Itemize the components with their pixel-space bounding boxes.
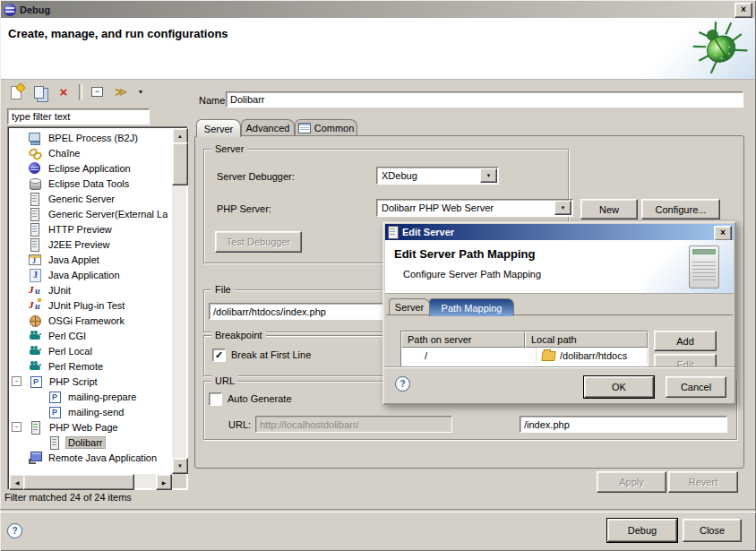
auto-generate-checkbox[interactable] (209, 392, 222, 406)
tree-item-label: PHP Web Page (47, 421, 121, 434)
window-titlebar[interactable]: Debug × (1, 1, 755, 18)
filter-launch-configurations-icon[interactable]: ≫ (113, 84, 129, 100)
tree-item-perl-cgi[interactable]: Perl CGI (10, 328, 171, 343)
folder-icon (541, 351, 556, 361)
test-debugger-button[interactable]: Test Debugger (215, 231, 302, 253)
scroll-right-icon[interactable]: ▶ (156, 474, 172, 490)
tree-item-http-preview[interactable]: HTTP Preview (10, 221, 171, 237)
add-mapping-button[interactable]: Add (654, 331, 717, 351)
php-script-icon (47, 390, 62, 404)
tree-item-label: mailing-send (65, 406, 126, 418)
java-applet-icon (28, 253, 42, 267)
break-at-first-line-checkbox[interactable]: ✓ (212, 349, 226, 362)
dropdown-arrow-icon[interactable]: ▼ (554, 201, 571, 215)
collapse-node-icon[interactable]: - (12, 376, 21, 386)
chain-icon (28, 146, 42, 160)
tree-item-java-applet[interactable]: Java Applet (10, 252, 171, 267)
tree-item-label: PHP Script (47, 375, 100, 388)
server-icon (28, 207, 42, 221)
new-server-button[interactable]: New (580, 199, 638, 220)
horizontal-scroll-thumb[interactable] (23, 474, 134, 490)
tree-vertical-scrollbar[interactable]: ▲ ▼ (172, 128, 186, 474)
tree-horizontal-scrollbar[interactable]: ◀ ▶ (9, 474, 172, 488)
tab-server[interactable]: Server (196, 119, 241, 137)
cancel-button[interactable]: Cancel (666, 376, 726, 398)
tree-item-perl-local[interactable]: Perl Local (10, 343, 171, 358)
url-path-input[interactable] (520, 416, 727, 433)
tree-item-label: OSGi Framework (46, 314, 127, 327)
tree-item-cha-ne[interactable]: Chaîne (10, 145, 171, 160)
tree-item-generic-server-external-la[interactable]: Generic Server(External La (10, 206, 171, 221)
tree-item-php-script[interactable]: -PHP Script (10, 374, 171, 389)
tab-server-label: Server (204, 124, 233, 134)
ok-button[interactable]: OK (584, 376, 654, 398)
tree-item-eclipse-application[interactable]: Eclipse Application (10, 160, 171, 176)
tree-item-dolibarr[interactable]: Dolibarr (10, 435, 171, 450)
column-header-path-on-server[interactable]: Path on server (401, 331, 525, 348)
close-button[interactable]: Close (683, 519, 742, 542)
tree-item-label: Perl CGI (46, 330, 89, 342)
edit-server-titlebar[interactable]: Edit Server × (385, 224, 734, 240)
tree-item-label: Java Application (46, 269, 123, 281)
tree-item-remote-java-application[interactable]: Remote Java Application (10, 450, 171, 465)
window-title: Debug (20, 4, 50, 15)
tree-item-j2ee-preview[interactable]: J2EE Preview (10, 237, 171, 252)
path-mapping-row[interactable]: //dolibarr/htdocs (401, 348, 648, 364)
tree-item-perl-remote[interactable]: Perl Remote (10, 358, 171, 374)
php-script-icon (47, 405, 62, 419)
dialog-help-icon[interactable]: ? (395, 376, 410, 392)
edit-mapping-button[interactable]: Edit (654, 354, 717, 366)
tree-item-php-web-page[interactable]: -PHP Web Page (10, 419, 171, 435)
duplicate-configuration-icon[interactable] (32, 84, 48, 100)
new-configuration-icon[interactable] (9, 84, 25, 100)
delete-configuration-icon[interactable]: × (56, 84, 72, 100)
filter-input[interactable] (7, 108, 150, 125)
php-server-select[interactable]: Dolibarr PHP Web Server ▼ (376, 199, 573, 217)
tree-item-label: Eclipse Data Tools (46, 177, 132, 190)
column-header-local-path[interactable]: Local path (525, 331, 648, 348)
break-at-first-line-label: Break at First Line (231, 349, 311, 360)
dialog-close-icon[interactable]: × (714, 226, 732, 241)
tab-advanced[interactable]: Advanced (241, 119, 295, 136)
tree-item-junit-plug-in-test[interactable]: JUnit Plug-in Test (10, 297, 171, 313)
vertical-scroll-thumb[interactable] (172, 142, 188, 185)
eclipse-application-icon (28, 161, 42, 176)
dialog-tab-server-label: Server (395, 302, 424, 313)
name-input[interactable] (226, 91, 743, 108)
dialog-button-bar: ? OK Cancel (384, 366, 735, 400)
dialog-tab-server[interactable]: Server (389, 298, 430, 315)
dialog-tab-path-mapping[interactable]: Path Mapping (429, 298, 514, 316)
php-web-page-icon (47, 435, 62, 450)
tree-item-mailing-prepare[interactable]: mailing-prepare (10, 389, 171, 404)
configure-server-button[interactable]: Configure... (641, 199, 720, 220)
collapse-all-icon[interactable] (90, 84, 106, 100)
java-application-icon (28, 268, 42, 282)
tree-item-mailing-send[interactable]: mailing-send (10, 404, 171, 419)
tree-item-generic-server[interactable]: Generic Server (10, 191, 171, 206)
dialog-subheading: Configure Server Path Mapping (403, 269, 541, 280)
header-banner: Create, manage, and run configurations (1, 18, 755, 80)
help-icon[interactable]: ? (7, 523, 22, 538)
window-close-icon[interactable]: × (735, 3, 752, 18)
server-icon (28, 192, 42, 206)
apply-button[interactable]: Apply (597, 471, 666, 493)
tree-item-junit[interactable]: JUnit (10, 282, 171, 297)
tree-item-label: Chaîne (46, 147, 82, 159)
tree-item-osgi-framework[interactable]: OSGi Framework (10, 313, 171, 328)
tab-common-label: Common (314, 123, 355, 133)
scroll-down-icon[interactable]: ▼ (172, 458, 188, 474)
debug-button[interactable]: Debug (607, 519, 677, 542)
tree-item-java-application[interactable]: Java Application (10, 267, 171, 282)
toolbar-separator (79, 84, 82, 100)
revert-button[interactable]: Revert (668, 471, 738, 493)
tree-item-eclipse-data-tools[interactable]: Eclipse Data Tools (10, 176, 171, 191)
dropdown-arrow-icon[interactable]: ▼ (480, 168, 497, 183)
toolbar-menu-chevron-icon[interactable]: ▼ (136, 84, 145, 100)
edit-server-dialog: Edit Server × Edit Server Path Mapping C… (382, 221, 736, 405)
tab-common[interactable]: Common (295, 119, 357, 136)
collapse-node-icon[interactable]: - (12, 422, 21, 432)
server-debugger-select[interactable]: XDebug ▼ (376, 167, 499, 185)
tree-item-bpel-process-b2j[interactable]: BPEL Process (B2J) (10, 130, 171, 145)
path-mapping-table[interactable]: Path on serverLocal path//dolibarr/htdoc… (400, 331, 649, 366)
url-base-input[interactable] (255, 416, 452, 433)
